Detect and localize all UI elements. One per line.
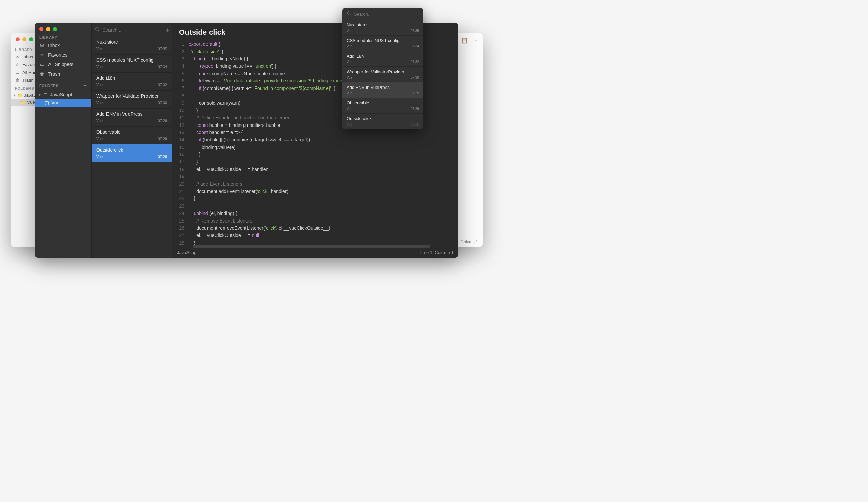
popover-item[interactable]: CSS modules NUXT configVue07:34 [342, 35, 423, 51]
search-input[interactable] [102, 27, 162, 33]
list-item-time: 07:26 [158, 155, 167, 159]
snippet-list: ＋ Nuxt storeVue07:35CSS modules NUXT con… [92, 23, 172, 258]
popover-item-time: 07:32 [411, 60, 419, 64]
status-language: JavaScript [177, 250, 198, 255]
list-item-title: Nuxt store [96, 39, 167, 45]
list-item-tag: Vue [96, 119, 103, 123]
add-snippet-button[interactable]: ＋ [164, 26, 170, 34]
close-icon[interactable] [16, 37, 20, 41]
popover-item-tag: Vue [347, 122, 352, 126]
popover-item-tag: Vue [347, 91, 352, 95]
search-icon [95, 27, 100, 33]
popover-item-title: Wrapper for ValidatorProvider [347, 69, 419, 74]
list-item-tag: Vue [96, 65, 103, 69]
star-icon: ☆ [15, 62, 20, 67]
popover-item-title: Add i18n [347, 54, 419, 59]
list-item-tag: Vue [96, 155, 103, 159]
add-folder-button[interactable]: ＋ [82, 82, 88, 89]
folder-icon: 📁 [20, 100, 26, 105]
list-item-time: 07:32 [158, 83, 167, 87]
folder-icon: 📁 [17, 93, 23, 98]
horizontal-scrollbar[interactable] [193, 245, 430, 248]
inbox-icon: ✉ [15, 54, 20, 59]
plus-icon[interactable]: ＋ [473, 37, 479, 44]
search-popover: Nuxt storeVue07:35CSS modules NUXT confi… [342, 8, 423, 129]
clipboard-icon[interactable]: 📋 [461, 37, 468, 44]
list-item-time: 07:29 [158, 137, 167, 141]
list-item-time: 07:35 [158, 47, 167, 51]
list-item-tag: Vue [96, 47, 103, 51]
folder-icon: ▢ [45, 100, 49, 105]
popover-item[interactable]: Outside clickVue07:26 [342, 114, 423, 129]
list-item-tag: Vue [96, 101, 103, 105]
popover-search-input[interactable] [354, 11, 419, 17]
archive-icon: ▭ [15, 70, 20, 75]
list-item-time: 07:29 [158, 119, 167, 123]
svg-line-3 [350, 14, 351, 15]
svg-point-2 [347, 11, 350, 14]
popover-item[interactable]: Nuxt storeVue07:35 [342, 20, 423, 35]
popover-item[interactable]: Add ENV in VuePressVue07:29 [342, 82, 423, 98]
minimize-icon[interactable] [46, 27, 50, 31]
zoom-icon[interactable] [53, 27, 57, 31]
list-item[interactable]: Outside clickVue07:26 [92, 144, 172, 163]
list-item[interactable]: Nuxt storeVue07:35 [92, 37, 172, 54]
inbox-icon: ✉ [39, 43, 45, 48]
sidebar-item-inbox[interactable]: ✉Inbox [34, 41, 91, 50]
list-item-title: Add ENV in VuePress [96, 111, 167, 117]
sidebar-item-all[interactable]: ▭All Snippets [34, 60, 91, 69]
library-title: LIBRARY [34, 33, 91, 41]
tree-item-vue[interactable]: ▢Vue [34, 99, 91, 107]
line-gutter: 1234567891011121314151617181920212223242… [172, 39, 188, 248]
popover-item-time: 07:26 [411, 122, 419, 126]
popover-item[interactable]: Add i18nVue07:32 [342, 51, 423, 67]
list-item[interactable]: Add i18nVue07:32 [92, 73, 172, 91]
archive-icon: ▭ [39, 62, 45, 67]
tree-item-js[interactable]: ▼▢JavaScript [34, 91, 91, 99]
back-toolbar: 📋 ＋ [461, 37, 479, 44]
list-item-title: CSS modules NUXT config [96, 57, 167, 63]
trash-icon: 🗑 [15, 78, 20, 83]
traffic-lights [34, 23, 91, 33]
popover-item-tag: Vue [347, 107, 352, 111]
popover-item-time: 07:34 [411, 44, 419, 48]
list-item[interactable]: Wrapper for ValidatorProviderVue07:30 [92, 91, 172, 109]
popover-item[interactable]: ObservableVue07:29 [342, 98, 423, 114]
zoom-icon[interactable] [29, 37, 33, 41]
chevron-down-icon: ▼ [38, 93, 41, 97]
svg-line-1 [98, 30, 99, 31]
minimize-icon[interactable] [22, 37, 27, 41]
list-item-title: Add i18n [96, 75, 167, 81]
sidebar-item-trash[interactable]: 🗑Trash [34, 69, 91, 79]
list-item-title: Outside click [96, 147, 167, 153]
list-item-title: Observable [96, 129, 167, 135]
popover-item-title: Add ENV in VuePress [347, 85, 419, 90]
popover-item-title: Observable [347, 100, 419, 105]
popover-search [342, 8, 423, 20]
popover-item-title: CSS modules NUXT config [347, 38, 419, 43]
star-icon: ☆ [39, 52, 45, 58]
folder-icon: ▢ [43, 92, 48, 98]
popover-item-tag: Vue [347, 76, 352, 79]
popover-item-title: Outside click [347, 116, 419, 121]
sidebar-item-favorites[interactable]: ☆Favorites [34, 50, 91, 60]
list-item-title: Wrapper for ValidatorProvider [96, 93, 167, 99]
list-item[interactable]: ObservableVue07:29 [92, 126, 172, 144]
status-position: Line 1, Column 1 [421, 250, 454, 255]
list-header: ＋ [92, 23, 172, 37]
list-item-tag: Vue [96, 137, 103, 141]
list-item-tag: Vue [96, 83, 103, 87]
search-icon [347, 11, 351, 17]
close-icon[interactable] [39, 27, 43, 31]
popover-item-tag: Vue [347, 60, 352, 64]
sidebar: LIBRARY ✉Inbox ☆Favorites ▭All Snippets … [34, 23, 92, 258]
popover-item-tag: Vue [347, 29, 352, 33]
popover-item[interactable]: Wrapper for ValidatorProviderVue07:30 [342, 67, 423, 82]
svg-point-0 [96, 28, 98, 30]
trash-icon: 🗑 [39, 71, 45, 76]
popover-item-tag: Vue [347, 44, 352, 48]
list-item[interactable]: Add ENV in VuePressVue07:29 [92, 109, 172, 126]
chevron-down-icon: ▼ [13, 94, 16, 97]
list-item[interactable]: CSS modules NUXT configVue07:34 [92, 54, 172, 73]
popover-item-time: 07:29 [411, 107, 419, 111]
